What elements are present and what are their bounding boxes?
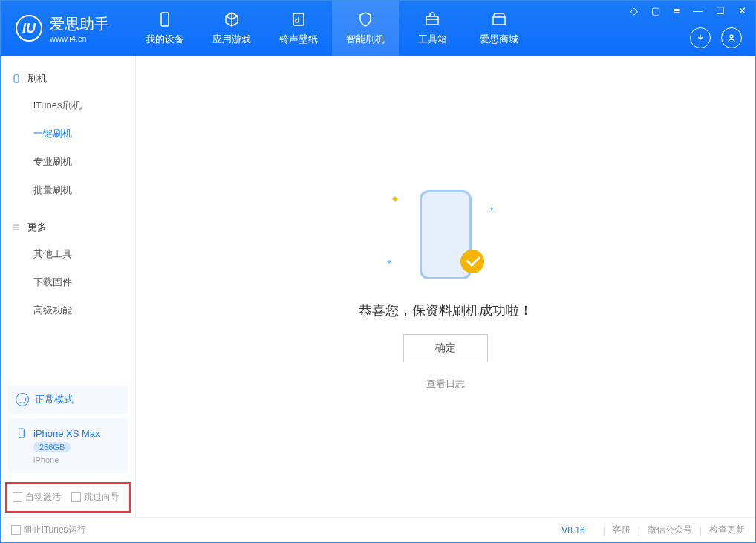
feedback-icon[interactable]: ▢ <box>648 4 663 18</box>
sidebar-item-other-tools[interactable]: 其他工具 <box>1 240 135 268</box>
checkbox-icon <box>13 492 22 502</box>
main-content: ✦ ✦ ✦ 恭喜您，保资料刷机成功啦！ 确定 查看日志 <box>136 56 755 517</box>
sparkle-icon: ✦ <box>386 258 392 266</box>
tab-toolbox[interactable]: 工具箱 <box>399 1 466 56</box>
checkbox-icon <box>71 492 81 502</box>
svg-rect-0 <box>161 13 169 26</box>
download-button[interactable] <box>690 27 711 48</box>
checkbox-icon <box>11 525 21 535</box>
svg-point-3 <box>730 35 733 38</box>
window-controls: ◇ ▢ ≡ — ☐ ✕ <box>628 4 749 18</box>
wechat-link[interactable]: 微信公众号 <box>648 524 692 536</box>
sidebar: 刷机 iTunes刷机 一键刷机 专业刷机 批量刷机 更多 其他工具 下载固件 … <box>1 56 136 517</box>
skin-icon[interactable]: ◇ <box>628 4 641 18</box>
update-link[interactable]: 检查更新 <box>709 524 745 536</box>
tab-ring-wall[interactable]: 铃声壁纸 <box>265 1 332 56</box>
list-icon <box>11 222 22 233</box>
checkbox-auto-activate[interactable]: 自动激活 <box>13 491 61 504</box>
shield-icon <box>356 10 374 28</box>
svg-rect-4 <box>14 75 19 83</box>
tab-smart-flash[interactable]: 智能刷机 <box>332 1 399 56</box>
account-button[interactable] <box>721 27 742 48</box>
store-icon <box>490 10 508 28</box>
svg-rect-2 <box>426 16 438 25</box>
svg-rect-5 <box>19 429 25 438</box>
tab-apps-games[interactable]: 应用游戏 <box>198 1 265 56</box>
nav-tabs: 我的设备 应用游戏 铃声壁纸 智能刷机 工具箱 爱思商城 <box>131 1 532 56</box>
refresh-icon <box>16 393 29 406</box>
device-panel[interactable]: iPhone XS Max 256GB iPhone <box>8 418 128 473</box>
sidebar-item-one-key-flash[interactable]: 一键刷机 <box>1 120 135 148</box>
device-icon <box>11 74 22 84</box>
music-icon <box>290 10 307 28</box>
device-storage: 256GB <box>33 442 71 452</box>
cube-icon <box>223 10 241 28</box>
mode-status[interactable]: 正常模式 <box>8 386 128 414</box>
tab-store[interactable]: 爱思商城 <box>466 1 532 56</box>
menu-icon[interactable]: ≡ <box>671 4 682 18</box>
titlebar: iU 爱思助手 www.i4.cn 我的设备 应用游戏 铃声壁纸 智能刷机 <box>1 1 755 56</box>
checkbox-block-itunes[interactable]: 阻止iTunes运行 <box>11 524 86 536</box>
sidebar-item-advanced[interactable]: 高级功能 <box>1 296 135 325</box>
device-name: iPhone XS Max <box>33 428 100 439</box>
phone-icon <box>156 10 174 28</box>
sidebar-item-pro-flash[interactable]: 专业刷机 <box>1 148 135 176</box>
app-url: www.i4.cn <box>50 34 109 43</box>
checkbox-skip-guide[interactable]: 跳过向导 <box>71 491 120 504</box>
toolbox-icon <box>423 10 441 28</box>
phone-small-icon <box>16 427 27 439</box>
check-badge-icon <box>460 250 484 273</box>
close-button[interactable]: ✕ <box>735 4 749 18</box>
app-name: 爱思助手 <box>50 14 109 34</box>
logo-icon: iU <box>16 15 42 42</box>
body: 刷机 iTunes刷机 一键刷机 专业刷机 批量刷机 更多 其他工具 下载固件 … <box>1 56 755 517</box>
sidebar-header-more: 更多 <box>1 215 135 240</box>
tab-my-device[interactable]: 我的设备 <box>131 1 198 56</box>
minimize-button[interactable]: — <box>690 4 706 18</box>
maximize-button[interactable]: ☐ <box>713 4 728 18</box>
sidebar-item-itunes-flash[interactable]: iTunes刷机 <box>1 91 135 120</box>
device-type: iPhone <box>33 455 120 464</box>
success-illustration: ✦ ✦ ✦ <box>371 183 520 287</box>
sparkle-icon: ✦ <box>391 193 400 205</box>
app-window: iU 爱思助手 www.i4.cn 我的设备 应用游戏 铃声壁纸 智能刷机 <box>0 0 756 543</box>
sidebar-item-download-firmware[interactable]: 下载固件 <box>1 268 135 296</box>
version-label: V8.16 <box>561 525 584 536</box>
options-highlight: 自动激活 跳过向导 <box>5 482 131 513</box>
download-icon <box>694 32 706 44</box>
ok-button[interactable]: 确定 <box>403 334 488 362</box>
sidebar-item-batch-flash[interactable]: 批量刷机 <box>1 176 135 204</box>
footer: 阻止iTunes运行 V8.16 | 客服 | 微信公众号 | 检查更新 <box>1 517 755 542</box>
support-link[interactable]: 客服 <box>613 524 630 536</box>
view-log-link[interactable]: 查看日志 <box>426 377 465 391</box>
user-icon <box>726 32 737 44</box>
logo-area: iU 爱思助手 www.i4.cn <box>1 14 124 43</box>
sidebar-header-flash: 刷机 <box>1 66 135 91</box>
sparkle-icon: ✦ <box>489 205 495 213</box>
success-message: 恭喜您，保资料刷机成功啦！ <box>359 302 532 319</box>
